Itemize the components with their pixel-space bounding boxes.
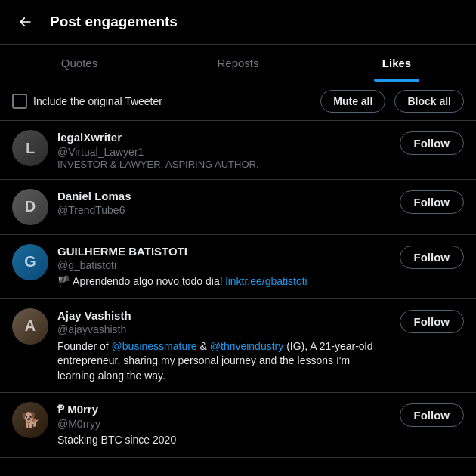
- avatar: D: [12, 189, 48, 225]
- user-handle: @TrendTube6: [57, 203, 391, 217]
- list-item: D Daniel Lomas @TrendTube6 Follow: [0, 180, 476, 235]
- user-name: legalXwriter: [57, 130, 391, 145]
- avatar: L: [12, 130, 48, 166]
- filter-bar: Include the original Tweeter Mute all Bl…: [0, 82, 476, 121]
- page-title: Post engagements: [50, 14, 178, 30]
- user-handle: @Virtual_Lawyer1: [57, 145, 391, 159]
- user-info: GUILHERME BATISTOTI @g_batistoti 🏴 Apren…: [57, 244, 391, 289]
- include-original-checkbox[interactable]: [12, 94, 27, 109]
- user-info: Ajay Vashisth @ajayvashisth Founder of @…: [57, 308, 391, 383]
- back-button[interactable]: [12, 9, 38, 35]
- user-name: GUILHERME BATISTOTI: [57, 244, 391, 259]
- list-item: 🐕 Ᵽ M0rry @M0rryy Stacking BTC since 202…: [0, 393, 476, 457]
- follow-button[interactable]: Follow: [400, 190, 465, 214]
- user-info: Daniel Lomas @TrendTube6: [57, 189, 391, 218]
- tab-quotes[interactable]: Quotes: [0, 45, 159, 82]
- user-name: Ᵽ M0rry: [57, 402, 391, 417]
- list-item: G GUILHERME BATISTOTI @g_batistoti 🏴 Apr…: [0, 235, 476, 299]
- block-all-button[interactable]: Block all: [394, 90, 464, 113]
- list-item: L legalXwriter @Virtual_Lawyer1 INVESTOR…: [0, 121, 476, 180]
- follow-button[interactable]: Follow: [400, 246, 465, 269]
- user-bio: INVESTOR & LAWYER. ASPIRING AUTHOR.: [57, 159, 391, 170]
- tab-reposts[interactable]: Reposts: [159, 45, 317, 82]
- user-name: Ajay Vashisth: [57, 308, 391, 323]
- avatar: A: [12, 308, 48, 345]
- avatar: 🐕: [12, 402, 48, 438]
- user-bio: Stacking BTC since 2020: [57, 433, 391, 448]
- user-name: Daniel Lomas: [57, 189, 391, 204]
- user-bio: 🏴 Aprendendo algo novo todo dia! linktr.…: [57, 274, 391, 289]
- avatar: G: [12, 244, 48, 280]
- mention-link[interactable]: @thriveindustry: [210, 340, 283, 352]
- user-handle: @g_batistoti: [57, 258, 391, 272]
- mute-all-button[interactable]: Mute all: [320, 90, 385, 113]
- follow-button[interactable]: Follow: [400, 403, 465, 427]
- header: Post engagements: [0, 0, 476, 45]
- checkbox-wrapper: Include the original Tweeter: [12, 94, 311, 109]
- list-item: A Ajay Vashisth @ajayvashisth Founder of…: [0, 299, 476, 393]
- tab-likes[interactable]: Likes: [317, 45, 476, 82]
- mention-link[interactable]: @businessmature: [112, 340, 197, 352]
- user-info: legalXwriter @Virtual_Lawyer1 INVESTOR &…: [57, 130, 391, 170]
- user-handle: @ajayvashisth: [57, 323, 391, 336]
- user-handle: @M0rryy: [57, 417, 391, 431]
- checkbox-label: Include the original Tweeter: [33, 95, 162, 107]
- user-info: Ᵽ M0rry @M0rryy Stacking BTC since 2020: [57, 402, 391, 447]
- follow-button[interactable]: Follow: [400, 310, 465, 333]
- users-list: L legalXwriter @Virtual_Lawyer1 INVESTOR…: [0, 121, 476, 476]
- bio-link[interactable]: linktr.ee/gbatistoti: [226, 275, 308, 287]
- user-bio: Founder of @businessmature & @thriveindu…: [57, 339, 391, 384]
- follow-button[interactable]: Follow: [400, 131, 465, 155]
- tabs-bar: Quotes Reposts Likes: [0, 45, 476, 82]
